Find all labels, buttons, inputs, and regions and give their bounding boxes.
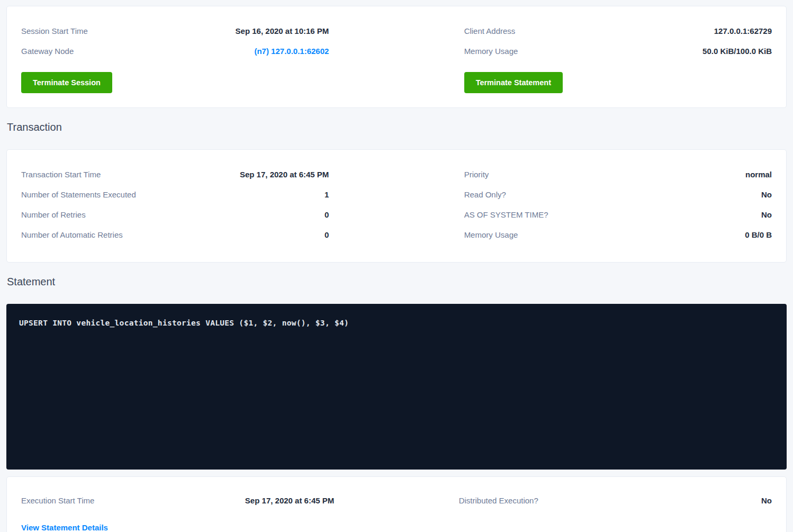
transaction-card-left-column: Transaction Start Time Sep 17, 2020 at 6… (21, 169, 329, 241)
field-label: Execution Start Time (21, 495, 94, 507)
execution-card-left-column: Execution Start Time Sep 17, 2020 at 6:4… (21, 495, 334, 532)
field-value: Sep 17, 2020 at 6:45 PM (240, 169, 329, 181)
field-value: No (761, 189, 772, 201)
view-statement-details-link[interactable]: View Statement Details (21, 522, 108, 532)
terminate-session-button[interactable]: Terminate Session (21, 72, 112, 93)
execution-start-time-row: Execution Start Time Sep 17, 2020 at 6:4… (21, 495, 334, 507)
number-of-retries-row: Number of Retries 0 (21, 209, 329, 221)
field-value: Sep 17, 2020 at 6:45 PM (245, 495, 334, 507)
session-card-right-column: Client Address 127.0.0.1:62729 Memory Us… (464, 25, 772, 93)
transaction-start-time-row: Transaction Start Time Sep 17, 2020 at 6… (21, 169, 329, 181)
field-value: 0 (325, 209, 329, 221)
field-value: 0 (325, 229, 329, 241)
gateway-node-link[interactable]: (n7) 127.0.0.1:62602 (254, 46, 329, 57)
field-label: Gateway Node (21, 46, 74, 57)
transaction-summary-card: Transaction Start Time Sep 17, 2020 at 6… (6, 149, 787, 263)
client-address-row: Client Address 127.0.0.1:62729 (464, 25, 772, 37)
priority-row: Priority normal (464, 169, 772, 181)
session-card-left-column: Session Start Time Sep 16, 2020 at 10:16… (21, 25, 329, 93)
field-value: normal (745, 169, 772, 181)
statement-section-title: Statement (7, 276, 787, 288)
transaction-card-right-column: Priority normal Read Only? No AS OF SYST… (464, 169, 772, 241)
field-value: 0 B/0 B (745, 229, 772, 241)
field-label: Number of Automatic Retries (21, 229, 123, 241)
sql-statement-text: UPSERT INTO vehicle_location_histories V… (19, 319, 349, 327)
field-value: No (761, 209, 772, 221)
field-value: 1 (325, 189, 329, 201)
execution-summary-card: Execution Start Time Sep 17, 2020 at 6:4… (6, 476, 787, 532)
automatic-retries-row: Number of Automatic Retries 0 (21, 229, 329, 241)
execution-card-right-column: Distributed Execution? No (459, 495, 772, 532)
transaction-section-title: Transaction (7, 121, 787, 133)
field-label: Memory Usage (464, 229, 518, 241)
field-label: Session Start Time (21, 25, 88, 37)
field-label: Transaction Start Time (21, 169, 101, 181)
distributed-execution-row: Distributed Execution? No (459, 495, 772, 507)
read-only-row: Read Only? No (464, 189, 772, 201)
session-start-time-row: Session Start Time Sep 16, 2020 at 10:16… (21, 25, 329, 37)
session-summary-card: Session Start Time Sep 16, 2020 at 10:16… (6, 6, 787, 108)
statements-executed-row: Number of Statements Executed 1 (21, 189, 329, 201)
as-of-system-time-row: AS OF SYSTEM TIME? No (464, 209, 772, 221)
field-label: Read Only? (464, 189, 506, 201)
field-label: AS OF SYSTEM TIME? (464, 209, 548, 221)
field-label: Distributed Execution? (459, 495, 538, 507)
field-label: Priority (464, 169, 489, 181)
field-value: 50.0 KiB/100.0 KiB (702, 46, 772, 57)
session-memory-usage-row: Memory Usage 50.0 KiB/100.0 KiB (464, 46, 772, 57)
transaction-memory-usage-row: Memory Usage 0 B/0 B (464, 229, 772, 241)
sql-statement-box: UPSERT INTO vehicle_location_histories V… (6, 304, 787, 470)
field-label: Memory Usage (464, 46, 518, 57)
field-value: Sep 16, 2020 at 10:16 PM (236, 25, 329, 37)
terminate-statement-button[interactable]: Terminate Statement (464, 72, 563, 93)
field-label: Number of Statements Executed (21, 189, 136, 201)
gateway-node-row: Gateway Node (n7) 127.0.0.1:62602 (21, 46, 329, 57)
field-value: No (761, 495, 772, 507)
field-label: Number of Retries (21, 209, 86, 221)
session-details-page: Session Start Time Sep 16, 2020 at 10:16… (0, 0, 793, 532)
field-value: 127.0.0.1:62729 (714, 25, 772, 37)
field-label: Client Address (464, 25, 516, 37)
